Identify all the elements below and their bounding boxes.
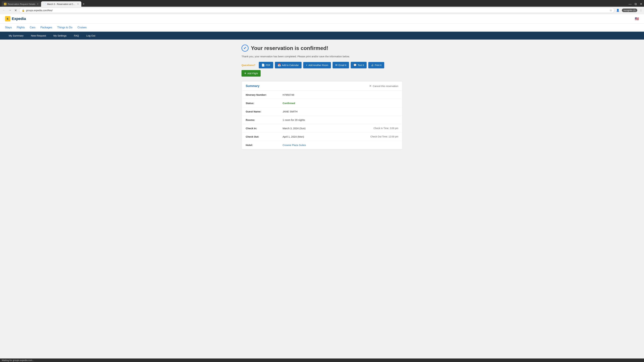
confirmation-title: Your reservation is confirmed! [251,45,328,51]
email-it-label: Email It [338,64,346,66]
flight-icon: ✈ [244,72,246,75]
check-circle-icon: ✔ [242,44,248,52]
summary-row-rooms: Rooms: 1 room for 29 nights [242,116,402,124]
nav-packages[interactable]: Packages [40,24,52,31]
add-another-room-button[interactable]: + Add Another Room [303,62,331,68]
back-button[interactable]: ← [2,8,6,13]
new-tab-button[interactable]: + [81,1,86,7]
questions-label: Questions? [242,64,256,66]
rooms-label: Rooms: [246,118,282,121]
summary-header: Summary ✕ Cancel this reservation [242,81,402,91]
confirmation-header: ✔ Your reservation is confirmed! [242,44,402,52]
address-bar-row: ← → ✕ 🔒 groups.expedia.com/Res/ ☆ 👤 Inco… [0,7,644,14]
add-another-room-label: Add Another Room [308,64,328,66]
nav-new-request[interactable]: New Request [27,32,50,39]
close-window-button[interactable]: ✕ [640,2,642,6]
checkmark-icon: ✔ [244,46,246,50]
checkin-note: Check In Time: 3:00 pm [374,127,398,130]
incognito-badge: Incognito (2) [622,8,637,12]
print-icon: 🖨 [371,64,374,67]
logo-text: Expedia [12,16,26,21]
add-to-calendar-button[interactable]: 📅 Add to Calendar [275,62,302,68]
checkin-label: Check In: [246,127,282,130]
flag-icon: 🇺🇸 [635,17,639,21]
text-it-button[interactable]: 💬 Text It [351,62,366,68]
print-it-label: Print It [375,64,381,66]
browser-tab-1[interactable]: Z Reservation Request Details ✕ [2,1,41,7]
add-flight-label: Add Flight [247,72,258,75]
checkout-value: April 1, 2024 (Mon) [282,135,364,138]
address-bar-icons: ☆ [610,9,612,12]
summary-title: Summary [246,84,260,88]
itinerary-label: Itinerary Number: [246,93,282,96]
status-value: Confirmed [282,102,398,105]
tab1-favicon: Z [4,3,6,5]
text-icon: 💬 [353,63,357,67]
menu-icon[interactable]: ⋮ [640,9,642,12]
print-it-button[interactable]: 🖨 Print It [368,62,384,68]
nav-stays[interactable]: Stays [5,24,12,31]
address-text: groups.expedia.com/Res/ [26,9,608,12]
tab2-title: March 3 - Reservation at Crown... [47,3,76,5]
nav-flights[interactable]: Flights [17,24,25,31]
itinerary-value: H7850748 [282,93,398,96]
nav-cars[interactable]: Cars [30,24,36,31]
tab2-close[interactable]: ✕ [77,3,79,5]
summary-row-itinerary: Itinerary Number: H7850748 [242,91,402,99]
summary-row-checkout: Check Out: April 1, 2024 (Mon) Check Out… [242,133,402,141]
tab-bar: Z Reservation Request Details ✕ 📄 March … [2,1,642,7]
expedia-logo[interactable]: E Expedia [5,16,26,21]
confirmation-subtitle: Thank you, your reservation has been com… [242,55,402,58]
logo-icon: E [5,16,10,21]
nav-log-out[interactable]: Log Out [83,32,99,39]
hotel-label: Hotel: [246,144,282,146]
text-it-label: Text It [358,64,364,66]
hotel-value[interactable]: Crowne Plaza Suites [282,144,398,146]
summary-row-status: Status: Confirmed [242,99,402,107]
add-room-icon: + [306,64,308,67]
summary-row-hotel: Hotel: Crowne Plaza Suites [242,141,402,149]
summary-row-checkin: Check In: March 3, 2024 (Sun) Check In T… [242,124,402,133]
cancel-x-icon: ✕ [369,84,372,88]
profile-icon[interactable]: 👤 [616,9,620,12]
cancel-reservation-link[interactable]: ✕ Cancel this reservation [369,84,398,88]
svg-text:E: E [7,17,8,20]
action-buttons-row: Questions? 📄 PDF 📅 Add to Calendar + Add… [242,62,402,77]
summary-row-guest: Guest Name: JANE SMITH [242,107,402,116]
window-controls: — ⧉ ✕ [628,2,642,6]
tab1-title: Reservation Request Details [8,3,36,5]
tab2-favicon: 📄 [44,3,46,5]
browser-tab-2[interactable]: 📄 March 3 - Reservation at Crown... ✕ [41,1,81,7]
guest-name-label: Guest Name: [246,110,282,113]
browser-menu: 👤 Incognito (2) ⋮ [616,8,642,12]
email-it-button[interactable]: ✉ Email It [332,62,349,68]
calendar-icon: 📅 [278,63,281,67]
add-to-calendar-label: Add to Calendar [282,64,299,66]
checkin-value: March 3, 2024 (Sun) [282,127,367,130]
checkout-note: Check Out Time: 12:00 pm [370,135,398,138]
address-bar[interactable]: 🔒 groups.expedia.com/Res/ ☆ [19,8,614,13]
add-flight-button[interactable]: ✈ Add Flight [242,70,260,77]
nav-faq[interactable]: FAQ [70,32,83,39]
status-label: Status: [246,102,282,105]
expedia-header: E Expedia 🇺🇸 [0,14,644,24]
pdf-button[interactable]: 📄 PDF [259,62,273,68]
pdf-label: PDF [266,64,270,66]
nav-things-to-do[interactable]: Things to Do [57,24,72,31]
rooms-value: 1 room for 29 nights [282,118,398,121]
lock-icon: 🔒 [22,9,25,12]
maximize-button[interactable]: ⧉ [634,2,637,6]
tab1-close[interactable]: ✕ [37,3,39,5]
nav-my-summary[interactable]: My Summary [5,32,27,39]
minimize-button[interactable]: — [628,2,632,6]
bookmark-icon[interactable]: ☆ [610,9,612,12]
nav-cruises[interactable]: Cruises [78,24,86,31]
summary-section: Summary ✕ Cancel this reservation Itiner… [242,81,402,149]
reload-button[interactable]: ✕ [14,8,18,13]
browser-chrome: Z Reservation Request Details ✕ 📄 March … [0,0,644,7]
nav-my-settings[interactable]: My Settings [50,32,70,39]
page-content: E Expedia 🇺🇸 Stays Flights Cars Packages… [0,14,644,159]
main-nav: Stays Flights Cars Packages Things to Do… [0,24,644,32]
forward-button[interactable]: → [8,8,12,13]
checkout-label: Check Out: [246,135,282,138]
